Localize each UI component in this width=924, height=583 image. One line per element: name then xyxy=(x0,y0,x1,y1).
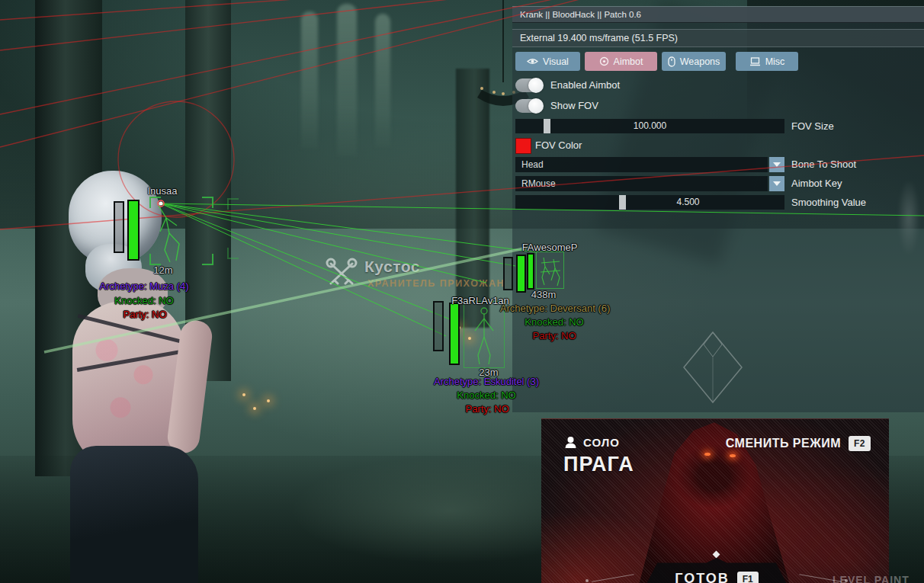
banner-decoration xyxy=(586,579,589,582)
tab-weapons[interactable]: Weapons xyxy=(662,52,726,71)
key-dropdown-row: RMouse Aimbot Key xyxy=(515,176,924,191)
fov-color-row: FOV Color xyxy=(515,138,924,153)
laptop-icon xyxy=(749,57,761,66)
game-screen: Кустос ХРАНИТЕЛЬ ПРИХОЖАН Inusaa 12m Arc… xyxy=(0,0,924,583)
mode-indicator: СОЛО xyxy=(564,436,620,449)
color-label: FOV Color xyxy=(535,138,582,153)
gothic-window xyxy=(301,11,318,149)
esp-health-bar xyxy=(527,253,534,290)
esp-box-corner xyxy=(227,248,239,259)
mouse-icon xyxy=(668,56,675,67)
esp-knocked: Knocked: NO xyxy=(114,295,173,306)
esp-archetype: Archetype: Deversant (6) xyxy=(500,303,611,314)
slider-value: 100.000 xyxy=(515,119,784,133)
esp-armor-bar xyxy=(503,257,513,290)
crossed-keys-icon xyxy=(323,255,360,288)
bone-dropdown-row: Head Bone To Shoot xyxy=(515,157,924,172)
toggle-label: Show FOV xyxy=(550,100,598,111)
watermark: LEVEL PAINT xyxy=(833,574,910,583)
esp-party: Party: NO xyxy=(123,309,166,320)
esp-health-bar xyxy=(449,303,460,365)
toggle-knob xyxy=(528,78,544,93)
fov-size-row: 100.000 FOV Size xyxy=(515,119,924,134)
esp-skeleton xyxy=(464,302,504,367)
esp-knocked: Knocked: NO xyxy=(457,389,515,401)
dropdown-button[interactable] xyxy=(769,157,784,172)
toggle-label: Enabled Aimbot xyxy=(550,79,620,91)
esp-box-corner xyxy=(227,198,239,210)
menu-status: External 19.400 ms/frame (51.5 FPS) xyxy=(512,29,924,47)
esp-box-corner xyxy=(202,197,213,208)
esp-player-name: F3aRLAv1an xyxy=(451,295,509,306)
character-pants xyxy=(70,446,198,583)
esp-distance: 438m xyxy=(531,289,557,300)
eye-icon xyxy=(527,57,538,66)
ready-label: ГОТОВ xyxy=(675,571,730,583)
smoothing-row: 4.500 Smoothing Value xyxy=(515,195,924,210)
esp-player-name: Inusaa xyxy=(147,185,177,197)
tab-aimbot[interactable]: Aimbot xyxy=(585,52,657,71)
slider-label: FOV Size xyxy=(791,119,834,134)
mode-label: СОЛО xyxy=(583,436,620,449)
candle-glow xyxy=(267,399,270,402)
tab-misc[interactable]: Misc xyxy=(736,52,798,71)
key-badge-f2[interactable]: F2 xyxy=(849,436,871,451)
show-fov-toggle[interactable] xyxy=(515,99,543,113)
tab-label: Aimbot xyxy=(614,56,643,67)
esp-player-name: FAwesomeP xyxy=(522,242,578,253)
esp-party: Party: NO xyxy=(532,330,576,341)
tab-label: Visual xyxy=(543,56,569,67)
esp-box xyxy=(464,301,505,368)
match-panel: СОЛО ПРАГА СМЕНИТЬ РЕЖИМ F2 ГОТОВ F1 xyxy=(541,418,889,583)
esp-health-bar xyxy=(127,200,140,261)
person-icon xyxy=(564,436,577,449)
esp-party: Party: NO xyxy=(465,403,509,415)
toggle-row-fov: Show FOV xyxy=(515,96,924,115)
esp-box-corner xyxy=(202,254,213,265)
dropdown-label: Aimbot Key xyxy=(791,176,842,191)
dropdown-button[interactable] xyxy=(769,176,784,191)
slider-value: 4.500 xyxy=(553,195,823,210)
map-name: ПРАГА xyxy=(563,453,634,476)
aimbot-toggle[interactable] xyxy=(515,78,543,92)
esp-armor-bar xyxy=(433,301,444,351)
esp-box-corner xyxy=(149,254,161,265)
candle-glow xyxy=(242,393,245,396)
dropdown-label: Bone To Shoot xyxy=(791,157,856,172)
chevron-down-icon xyxy=(773,181,781,186)
tab-visual[interactable]: Visual xyxy=(515,52,580,71)
menu-title-bar[interactable]: Krank || BloodHack || Patch 0.6 xyxy=(512,7,924,23)
chevron-down-icon xyxy=(773,162,781,167)
boss-name: Кустос xyxy=(364,258,420,276)
tab-label: Misc xyxy=(765,56,785,67)
esp-box-secondary xyxy=(227,198,258,259)
candle-glow xyxy=(253,407,256,410)
fov-color-swatch[interactable] xyxy=(515,138,531,154)
esp-box xyxy=(149,197,213,265)
tab-label: Weapons xyxy=(680,56,720,67)
esp-armor-bar xyxy=(114,201,124,253)
toggle-knob xyxy=(528,98,544,114)
esp-distance: 12m xyxy=(153,264,172,276)
esp-knocked: Knocked: NO xyxy=(525,316,583,328)
crosshair-icon xyxy=(599,56,609,66)
compass-diamond-icon xyxy=(677,328,746,407)
key-badge-f1[interactable]: F1 xyxy=(737,572,759,583)
change-mode-label: СМЕНИТЬ РЕЖИМ xyxy=(726,437,841,450)
esp-box xyxy=(536,251,564,289)
slider-label: Smoothing Value xyxy=(791,195,866,210)
gothic-window xyxy=(337,4,357,156)
menu-tabs: Visual Aimbot Weapons xyxy=(512,47,924,74)
boss-title: ХРАНИТЕЛЬ ПРИХОЖАН xyxy=(367,278,505,289)
bone-dropdown[interactable]: Head xyxy=(515,157,768,172)
esp-box-corner xyxy=(149,197,161,208)
esp-health-bar xyxy=(516,255,526,293)
esp-archetype: Archetype: Eskuditel (3) xyxy=(434,376,539,387)
change-mode-button[interactable]: СМЕНИТЬ РЕЖИМ F2 xyxy=(726,436,871,451)
gothic-window xyxy=(375,14,390,147)
esp-archetype: Archetype: Muza (4) xyxy=(99,280,188,292)
toggle-row-aimbot: Enabled Aimbot xyxy=(515,75,924,94)
esp-skeleton xyxy=(537,252,563,288)
aimbot-key-dropdown[interactable]: RMouse xyxy=(515,176,768,191)
